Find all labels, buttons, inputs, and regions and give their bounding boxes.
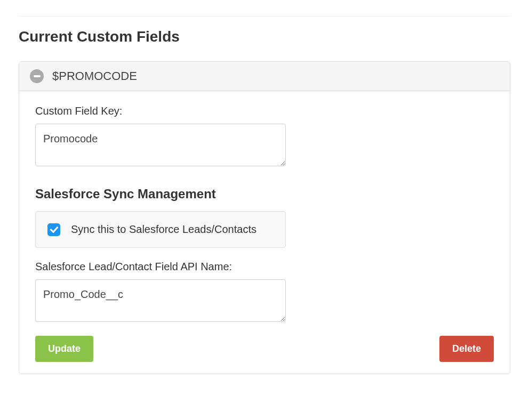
sync-section-title: Salesforce Sync Management xyxy=(35,187,494,201)
custom-field-key-label: Custom Field Key: xyxy=(35,105,494,117)
collapse-icon[interactable] xyxy=(30,69,44,83)
button-row: Update Delete xyxy=(35,336,494,362)
custom-field-card: $PROMOCODE Custom Field Key: Promocode S… xyxy=(19,61,510,374)
custom-field-key-input[interactable]: Promocode xyxy=(35,124,286,166)
sync-checkbox-label: Sync this to Salesforce Leads/Contacts xyxy=(71,222,257,237)
api-name-input[interactable]: Promo_Code__c xyxy=(35,279,286,322)
sync-box: Sync this to Salesforce Leads/Contacts xyxy=(35,211,286,248)
delete-button[interactable]: Delete xyxy=(439,336,494,362)
api-name-label: Salesforce Lead/Contact Field API Name: xyxy=(35,261,494,273)
card-header[interactable]: $PROMOCODE xyxy=(19,62,510,91)
card-header-title: $PROMOCODE xyxy=(52,69,137,83)
top-divider xyxy=(19,16,510,17)
update-button[interactable]: Update xyxy=(35,336,93,362)
card-body: Custom Field Key: Promocode Salesforce S… xyxy=(19,91,510,374)
sync-checkbox[interactable] xyxy=(47,223,60,236)
page-title: Current Custom Fields xyxy=(19,28,510,45)
